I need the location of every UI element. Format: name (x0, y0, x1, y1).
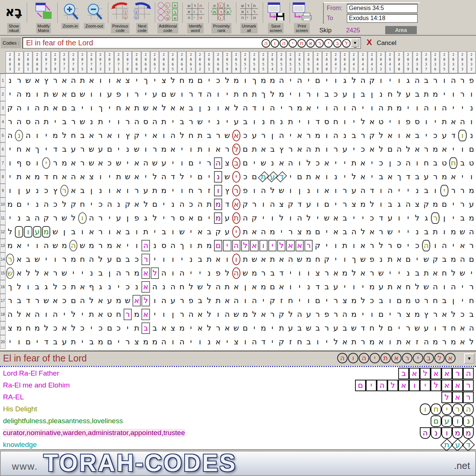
matrix-cell[interactable]: א (15, 239, 23, 253)
matrix-cell[interactable]: י (386, 115, 394, 129)
matrix-cell[interactable]: ה (422, 101, 431, 115)
matrix-cell[interactable]: ש (250, 253, 259, 266)
matrix-cell[interactable]: ד (168, 170, 177, 184)
matrix-cell[interactable]: ר (304, 239, 313, 253)
matrix-cell[interactable]: ת (223, 280, 231, 294)
matrix-cell[interactable]: ק (132, 129, 141, 142)
matrix-cell[interactable]: ח (178, 280, 186, 294)
matrix-cell[interactable]: ה (449, 280, 458, 294)
matrix-cell[interactable]: ץ (51, 184, 60, 197)
matrix-cell[interactable]: כ (458, 308, 467, 321)
matrix-cell[interactable]: ל (15, 308, 23, 321)
matrix-cell[interactable]: כ (186, 197, 195, 211)
matrix-cell[interactable]: ה (331, 129, 340, 142)
matrix-cell[interactable]: ב (340, 321, 349, 335)
matrix-cell[interactable]: י (78, 335, 87, 349)
matrix-cell[interactable]: ה (205, 87, 214, 101)
matrix-cell[interactable]: ה (23, 129, 32, 142)
matrix-cell[interactable]: ש (42, 294, 51, 308)
matrix-cell[interactable]: ו (268, 211, 277, 225)
matrix-cell[interactable]: י (205, 170, 214, 184)
matrix-cell[interactable]: א (60, 87, 69, 101)
matrix-cell[interactable]: ה (295, 211, 304, 225)
matrix-cell[interactable]: י (69, 266, 78, 280)
matrix-cell[interactable]: ח (51, 170, 60, 184)
matrix-cell[interactable]: א (96, 156, 105, 170)
matrix-cell[interactable]: ו (168, 225, 177, 239)
matrix-cell[interactable]: ה (349, 225, 358, 239)
matrix-cell[interactable]: מ (413, 308, 422, 321)
matrix-cell[interactable]: ב (377, 170, 386, 184)
matrix-cell[interactable]: י (178, 142, 186, 156)
matrix-cell[interactable]: ע (232, 115, 241, 129)
matrix-cell[interactable]: ש (123, 294, 132, 308)
matrix-cell[interactable]: נ (159, 280, 168, 294)
matrix-cell[interactable]: ם (69, 87, 78, 101)
matrix-cell[interactable]: ת (15, 170, 23, 184)
matrix-cell[interactable]: ו (394, 211, 403, 225)
matrix-cell[interactable]: ת (78, 74, 87, 87)
matrix-cell[interactable]: מ (42, 225, 51, 239)
matrix-cell[interactable]: ה (232, 294, 241, 308)
matrix-cell[interactable]: כ (60, 294, 69, 308)
matrix-cell[interactable]: מ (141, 335, 150, 349)
matrix-cell[interactable]: ו (159, 308, 168, 321)
matrix-cell[interactable]: צ (295, 225, 304, 239)
matrix-cell[interactable]: ו (15, 335, 23, 349)
matrix-cell[interactable]: ע (422, 170, 431, 184)
matrix-cell[interactable]: י (168, 184, 177, 197)
matrix-cell[interactable]: ד (42, 335, 51, 349)
matrix-cell[interactable]: ו (23, 280, 32, 294)
zoom-out-button[interactable]: Zoom-out (83, 1, 106, 29)
matrix-cell[interactable]: ר (186, 87, 195, 101)
matrix-cell[interactable]: ו (322, 142, 331, 156)
matrix-cell[interactable]: ל (150, 170, 159, 184)
matrix-cell[interactable]: י (141, 87, 150, 101)
matrix-cell[interactable]: ו (159, 129, 168, 142)
matrix-cell[interactable]: ל (268, 184, 277, 197)
finding-row[interactable]: curator,nominative,warden,administrator,… (0, 427, 476, 439)
matrix-cell[interactable]: מ (15, 321, 23, 335)
matrix-cell[interactable]: נ (340, 129, 349, 142)
matrix-cell[interactable]: ב (23, 253, 32, 266)
matrix-cell[interactable]: י (322, 294, 331, 308)
matrix-cell[interactable]: ו (413, 156, 422, 170)
matrix-cell[interactable]: א (78, 170, 87, 184)
matrix-cell[interactable]: כ (105, 156, 114, 170)
matrix-cell[interactable]: ב (458, 211, 467, 225)
matrix-cell[interactable]: א (250, 280, 259, 294)
matrix-cell[interactable]: ה (214, 280, 223, 294)
matrix-cell[interactable]: א (322, 156, 331, 170)
matrix-cell[interactable]: מ (23, 87, 32, 101)
matrix-cell[interactable]: ר (367, 239, 376, 253)
matrix-cell[interactable]: י (268, 335, 277, 349)
matrix-cell[interactable]: נ (304, 280, 313, 294)
matrix-cell[interactable]: ר (458, 197, 467, 211)
matrix-cell[interactable]: א (214, 253, 223, 266)
matrix-cell[interactable]: ה (304, 142, 313, 156)
matrix-cell[interactable]: ם (69, 294, 78, 308)
matrix-cell[interactable]: ך (259, 87, 268, 101)
matrix-cell[interactable]: ר (78, 156, 87, 170)
matrix-cell[interactable]: א (15, 253, 23, 266)
matrix-cell[interactable]: י (159, 211, 168, 225)
matrix-cell[interactable]: פ (241, 184, 250, 197)
matrix-cell[interactable]: מ (33, 321, 42, 335)
matrix-cell[interactable]: מ (340, 266, 349, 280)
matrix-cell[interactable]: ו (467, 87, 476, 101)
matrix-cell[interactable]: א (358, 266, 367, 280)
matrix-cell[interactable]: א (114, 225, 123, 239)
matrix-cell[interactable]: י (87, 197, 96, 211)
matrix-cell[interactable]: ר (404, 321, 413, 335)
matrix-cell[interactable]: ה (178, 266, 186, 280)
matrix-cell[interactable]: ו (386, 294, 394, 308)
matrix-cell[interactable]: ם (214, 239, 223, 253)
matrix-cell[interactable]: י (394, 321, 403, 335)
matrix-cell[interactable]: ר (322, 266, 331, 280)
matrix-cell[interactable]: י (422, 129, 431, 142)
matrix-cell[interactable]: ו (214, 184, 223, 197)
matrix-cell[interactable]: א (23, 142, 32, 156)
matrix-cell[interactable]: ו (367, 101, 376, 115)
matrix-cell[interactable]: ה (404, 197, 413, 211)
matrix-cell[interactable]: ב (78, 129, 87, 142)
